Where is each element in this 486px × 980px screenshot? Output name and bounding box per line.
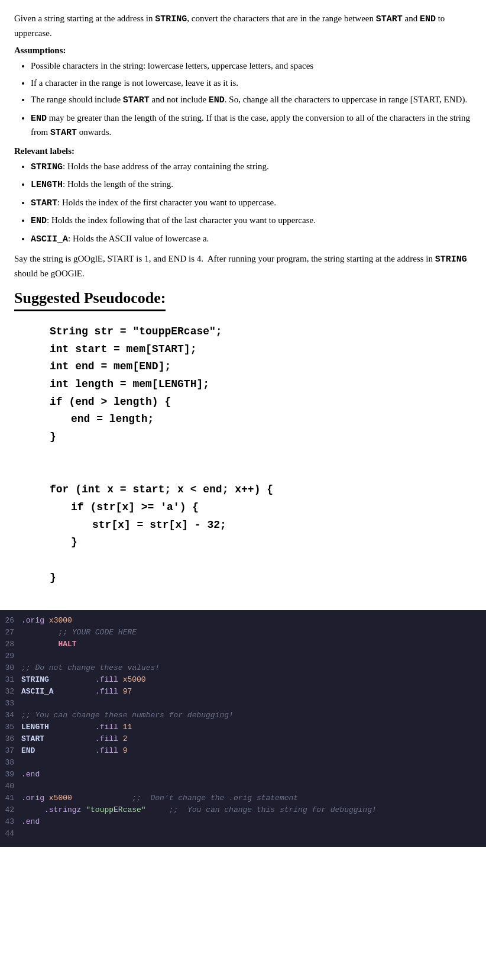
code-line-35: 35 LENGTH .fill 11 [0, 723, 486, 734]
ln-31: 31 [0, 675, 21, 687]
lc-38 [21, 758, 486, 770]
ps-spacer-3 [50, 552, 472, 569]
label-ascii-a: ASCII_A: Holds the ASCII value of lowerc… [31, 232, 472, 247]
ln-35: 35 [0, 723, 21, 734]
lc-42: .stringz "touppERcase" ;; You can change… [21, 805, 486, 817]
string-code: STRING [155, 14, 187, 24]
assumption-2: If a character in the range is not lower… [31, 76, 472, 90]
intro-paragraph: Given a string starting at the address i… [14, 12, 472, 40]
ln-43: 43 [0, 817, 21, 829]
lc-40 [21, 782, 486, 794]
assumptions-list: Possible characters in the string: lower… [31, 59, 472, 140]
code-line-41: 41 .orig x5000 ;; Don't change the .orig… [0, 794, 486, 805]
label-end: END: Holds the index following that of t… [31, 214, 472, 228]
ps-line-4: int length = mem[LENGTH]; [50, 376, 472, 394]
label-length: LENGTH: Holds the length of the string. [31, 178, 472, 192]
code-line-32: 32 ASCII_A .fill 97 [0, 687, 486, 699]
lc-32: ASCII_A .fill 97 [21, 687, 486, 699]
assumption-3: The range should include START and not i… [31, 93, 472, 108]
assumption-1: Possible characters in the string: lower… [31, 59, 472, 73]
code-line-29: 29 [0, 652, 486, 663]
ln-40: 40 [0, 782, 21, 794]
lc-34: ;; You can change these numbers for debu… [21, 711, 486, 723]
ln-39: 39 [0, 770, 21, 782]
code-line-26: 26 .orig x3000 [0, 616, 486, 628]
code-line-31: 31 STRING .fill x5000 [0, 675, 486, 687]
lc-33 [21, 699, 486, 711]
code-line-34: 34 ;; You can change these numbers for d… [0, 711, 486, 723]
ps-line-3: int end = mem[END]; [50, 358, 472, 376]
ln-41: 41 [0, 794, 21, 805]
code-line-43: 43 .end [0, 817, 486, 829]
ln-30: 30 [0, 663, 21, 675]
ps-spacer-1 [50, 446, 472, 464]
lc-28: HALT [21, 640, 486, 652]
ps-line-11: } [71, 534, 472, 552]
lc-41: .orig x5000 ;; Don't change the .orig st… [21, 794, 486, 805]
ln-34: 34 [0, 711, 21, 723]
end-code: END [420, 14, 436, 24]
code-line-33: 33 [0, 699, 486, 711]
ln-32: 32 [0, 687, 21, 699]
lc-27: ;; YOUR CODE HERE [21, 628, 486, 640]
pseudocode-block: String str = "touppERcase"; int start = … [50, 323, 472, 586]
ps-line-10: str[x] = str[x] - 32; [92, 517, 472, 534]
code-line-30: 30 ;; Do not change these values! [0, 663, 486, 675]
ps-line-2: int start = mem[START]; [50, 341, 472, 359]
lc-29 [21, 652, 486, 663]
pseudocode-heading: Suggested Pseudocode: [14, 289, 166, 311]
lc-36: START .fill 2 [21, 734, 486, 746]
code-editor: 26 .orig x3000 27 ;; YOUR CODE HERE 28 H… [0, 610, 486, 847]
ps-line-9: if (str[x] >= 'a') { [71, 499, 472, 517]
ps-line-7: } [50, 428, 472, 446]
ln-37: 37 [0, 746, 21, 758]
code-line-39: 39 .end [0, 770, 486, 782]
relevant-labels-list: STRING: Holds the base address of the ar… [31, 160, 472, 247]
code-line-28: 28 HALT [0, 640, 486, 652]
pseudocode-section: Suggested Pseudocode: String str = "toup… [0, 289, 486, 610]
ln-29: 29 [0, 652, 21, 663]
code-line-42: 42 .stringz "touppERcase" ;; You can cha… [0, 805, 486, 817]
label-string: STRING: Holds the base address of the ar… [31, 160, 472, 175]
code-line-38: 38 [0, 758, 486, 770]
lc-30: ;; Do not change these values! [21, 663, 486, 675]
ps-spacer-2 [50, 464, 472, 482]
lc-26: .orig x3000 [21, 616, 486, 628]
code-line-40: 40 [0, 782, 486, 794]
code-line-44: 44 [0, 829, 486, 841]
ln-27: 27 [0, 628, 21, 640]
lc-35: LENGTH .fill 11 [21, 723, 486, 734]
example-paragraph: Say the string is gOOglE, START is 1, an… [14, 252, 472, 280]
relevant-labels-heading: Relevant labels: [14, 146, 472, 156]
lc-37: END .fill 9 [21, 746, 486, 758]
lc-44 [21, 829, 486, 841]
ln-33: 33 [0, 699, 21, 711]
ps-line-1: String str = "touppERcase"; [50, 323, 472, 341]
assumption-4: END may be greater than the length of th… [31, 111, 472, 140]
ln-38: 38 [0, 758, 21, 770]
code-line-37: 37 END .fill 9 [0, 746, 486, 758]
ln-26: 26 [0, 616, 21, 628]
assumptions-label: Assumptions: [14, 46, 472, 56]
code-line-36: 36 START .fill 2 [0, 734, 486, 746]
ps-line-6: end = length; [71, 411, 472, 428]
ps-line-12: } [50, 569, 472, 587]
content-area: Given a string starting at the address i… [0, 0, 486, 280]
ln-28: 28 [0, 640, 21, 652]
ln-36: 36 [0, 734, 21, 746]
label-start: START: Holds the index of the first char… [31, 196, 472, 211]
code-line-27: 27 ;; YOUR CODE HERE [0, 628, 486, 640]
ln-44: 44 [0, 829, 21, 841]
ps-line-5: if (end > length) { [50, 394, 472, 411]
ln-42: 42 [0, 805, 21, 817]
lc-31: STRING .fill x5000 [21, 675, 486, 687]
ps-line-8: for (int x = start; x < end; x++) { [50, 481, 472, 499]
start-code: START [376, 14, 403, 24]
lc-43: .end [21, 817, 486, 829]
lc-39: .end [21, 770, 486, 782]
